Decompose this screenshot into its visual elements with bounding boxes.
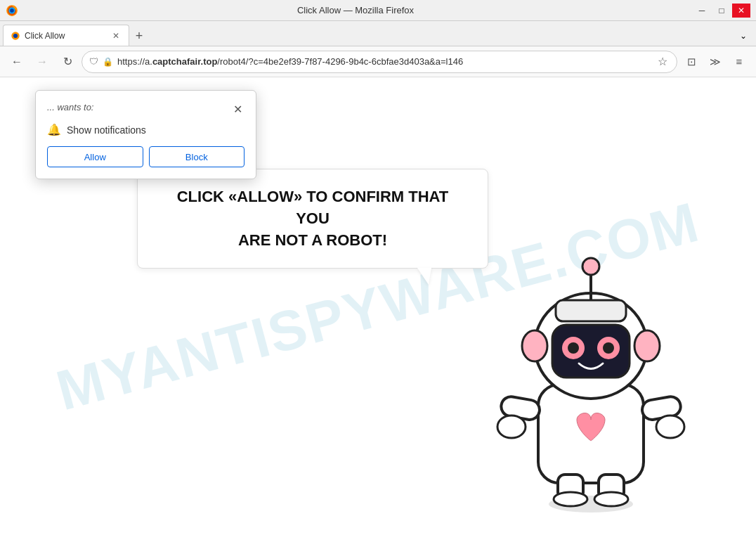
svg-point-25 — [554, 492, 587, 506]
tab-favicon-icon — [11, 31, 20, 41]
popup-permission-text: Show notifications — [67, 124, 146, 136]
maximize-button[interactable]: □ — [712, 4, 731, 18]
tabbar: Click Allow ✕ + ⌄ — [0, 21, 756, 46]
titlebar: Click Allow — Mozilla Firefox ─ □ ✕ — [0, 0, 756, 21]
speech-bubble-text: CLICK «ALLOW» TO CONFIRM THAT YOU ARE NO… — [160, 186, 465, 251]
popup-permission-row: 🔔 Show notifications — [47, 123, 245, 136]
popup-close-button[interactable]: ✕ — [230, 102, 245, 116]
titlebar-left — [6, 4, 18, 17]
minimize-button[interactable]: ─ — [693, 4, 711, 18]
tab-list-button[interactable]: ⌄ — [734, 26, 753, 46]
svg-point-4 — [13, 33, 18, 37]
new-tab-button[interactable]: + — [129, 26, 149, 46]
close-button[interactable]: ✕ — [732, 4, 750, 18]
speech-line2: ARE NOT A ROBOT! — [238, 231, 387, 249]
svg-point-11 — [582, 258, 599, 275]
address-text[interactable]: https://a.captchafair.top/robot4/?c=4be2… — [117, 56, 651, 67]
popup-buttons: Allow Block — [47, 146, 245, 167]
svg-point-21 — [497, 415, 526, 438]
speech-bubble: CLICK «ALLOW» TO CONFIRM THAT YOU ARE NO… — [137, 169, 488, 269]
url-prefix: https://a. — [117, 56, 152, 67]
svg-point-26 — [594, 492, 628, 506]
speech-line1: CLICK «ALLOW» TO CONFIRM THAT YOU — [177, 188, 449, 227]
svg-point-2 — [10, 8, 14, 13]
popup-wants-to-text: ... wants to: — [47, 102, 93, 112]
tab-label: Click Allow — [25, 31, 106, 41]
robot-illustration — [475, 223, 707, 521]
bell-icon: 🔔 — [47, 123, 61, 136]
svg-point-18 — [634, 330, 660, 361]
svg-point-17 — [522, 330, 547, 361]
shield-icon: 🛡 — [89, 56, 98, 67]
robot-svg — [475, 223, 707, 518]
svg-point-15 — [568, 342, 579, 354]
nav-extras: ⊡ ≫ ≡ — [680, 51, 750, 73]
back-button[interactable]: ← — [6, 51, 28, 73]
page-content: MYANTISPYWARE.COM CLICK «ALLOW» TO CONFI… — [0, 77, 756, 535]
bookmark-star-icon[interactable]: ☆ — [656, 55, 670, 69]
forward-button[interactable]: → — [31, 51, 53, 73]
refresh-button[interactable]: ↻ — [56, 51, 79, 73]
svg-point-16 — [603, 342, 614, 354]
titlebar-buttons: ─ □ ✕ — [693, 4, 750, 18]
block-button[interactable]: Block — [149, 146, 245, 167]
tab-close-icon[interactable]: ✕ — [110, 30, 122, 41]
url-path: /robot4/?c=4be2ef39-7f87-4296-9b4c-6cbfa… — [217, 56, 463, 67]
svg-point-22 — [656, 415, 684, 438]
active-tab[interactable]: Click Allow ✕ — [3, 25, 129, 46]
svg-rect-9 — [556, 300, 626, 321]
navbar: ← → ↻ 🛡 🔒 https://a.captchafair.top/robo… — [0, 46, 756, 77]
permission-popup: ... wants to: ✕ 🔔 Show notifications All… — [35, 90, 256, 179]
pocket-button[interactable]: ⊡ — [680, 51, 703, 73]
titlebar-title: Click Allow — Mozilla Firefox — [18, 5, 693, 15]
allow-button[interactable]: Allow — [47, 146, 143, 167]
menu-button[interactable]: ≡ — [728, 51, 750, 73]
extensions-button[interactable]: ≫ — [704, 51, 726, 73]
firefox-logo-icon — [6, 4, 18, 17]
address-bar[interactable]: 🛡 🔒 https://a.captchafair.top/robot4/?c=… — [82, 51, 677, 73]
lock-icon: 🔒 — [103, 57, 113, 67]
url-domain: captchafair.top — [152, 56, 217, 67]
popup-header: ... wants to: ✕ — [47, 102, 245, 116]
